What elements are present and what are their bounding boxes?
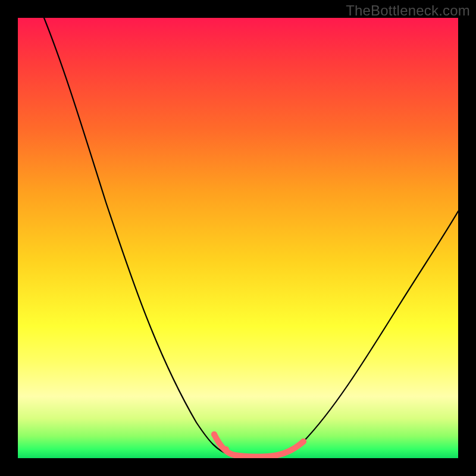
curve-svg	[18, 18, 458, 458]
chart-frame: TheBottleneck.com	[0, 0, 476, 476]
highlight-dot	[211, 431, 217, 437]
bottleneck-curve	[44, 18, 458, 457]
watermark-text: TheBottleneck.com	[346, 2, 470, 19]
highlight-dot	[223, 446, 229, 452]
highlight-flat-bottom	[214, 434, 303, 457]
highlight-dot	[300, 439, 306, 444]
plot-area	[18, 18, 458, 458]
highlight-dot	[289, 447, 295, 453]
